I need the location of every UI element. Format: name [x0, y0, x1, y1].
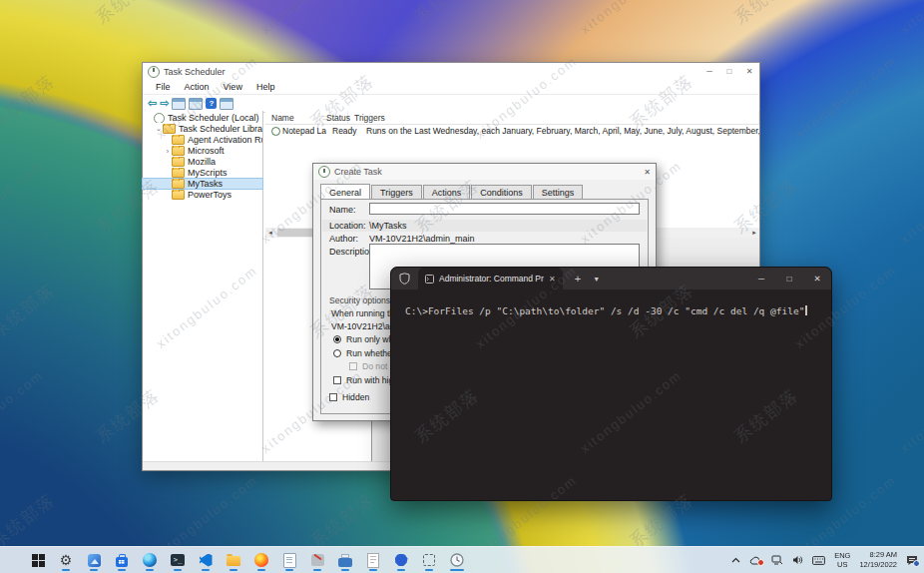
terminal-minimize-button[interactable]: ─: [747, 268, 775, 289]
highest-privileges-checkbox[interactable]: [333, 376, 341, 384]
sidebar-item-task-scheduler-library[interactable]: ⌄Task Scheduler Library: [143, 124, 262, 134]
tree-item-label: Microsoft: [188, 146, 225, 156]
task-name-input[interactable]: [369, 203, 640, 215]
taskbar-item-paint[interactable]: [309, 549, 325, 571]
tree-item-label: MyScripts: [188, 168, 228, 178]
network-icon[interactable]: [771, 555, 783, 565]
touch-keyboard-icon[interactable]: [812, 556, 825, 565]
microsoft-store-icon: [116, 557, 128, 567]
taskbar-item-notepad[interactable]: [365, 549, 381, 571]
edge-icon: [143, 553, 157, 567]
clock-datetime[interactable]: 8:29 AM12/19/2022: [859, 550, 897, 570]
tray-date: 12/19/2022: [859, 560, 897, 569]
sidebar-item-mytasks[interactable]: MyTasks: [143, 179, 262, 189]
taskbar-item-snip[interactable]: [421, 549, 437, 571]
table-row[interactable]: Notepad La... Ready Runs on the Last Wed…: [265, 125, 759, 137]
taskbar-item-task-scheduler[interactable]: [449, 549, 465, 571]
menu-file[interactable]: File: [149, 82, 178, 92]
folder-icon: [163, 124, 176, 134]
taskbar-item-store[interactable]: [114, 549, 130, 571]
menu-action[interactable]: Action: [178, 82, 217, 92]
taskbar-item-firefox[interactable]: [253, 549, 269, 571]
folder-icon: [172, 179, 185, 189]
terminal-titlebar[interactable]: Administrator: Command Pro ✕ + ▼ ─ □ ✕: [391, 268, 831, 289]
language-code: ENG: [834, 551, 850, 560]
taskbar-item-explorer[interactable]: [226, 549, 241, 571]
task-scheduler-title: Task Scheduler: [164, 67, 226, 77]
console-tree-pane: Task Scheduler (Local)⌄Task Scheduler Li…: [143, 111, 263, 462]
hidden-label: Hidden: [342, 392, 369, 402]
action-pane-icon[interactable]: [220, 98, 233, 110]
task-scheduler-titlebar[interactable]: Task Scheduler ─ □ ✕: [143, 63, 759, 80]
run-logged-on-radio[interactable]: [333, 335, 341, 343]
minimize-button[interactable]: ─: [699, 63, 719, 80]
notification-badge: [913, 560, 920, 567]
tree-item-label: PowerToys: [188, 190, 231, 200]
scroll-left-icon[interactable]: ◂: [265, 229, 275, 237]
notepad-icon: [367, 553, 379, 568]
terminal-close-button[interactable]: ✕: [803, 268, 831, 289]
region-code: US: [837, 560, 847, 569]
taskbar-item-printer[interactable]: [337, 549, 353, 571]
terminal-output[interactable]: C:\>ForFiles /p "C:\path\to\folder" /s /…: [391, 289, 831, 316]
menu-view[interactable]: View: [217, 82, 249, 92]
menu-help[interactable]: Help: [249, 82, 282, 92]
new-tab-icon[interactable]: +: [575, 273, 581, 285]
chevron-down-icon[interactable]: ▼: [593, 276, 600, 283]
start-button[interactable]: [30, 549, 46, 571]
terminal-tab[interactable]: Administrator: Command Pro ✕: [418, 268, 563, 289]
terminal-icon: >_: [171, 554, 185, 566]
taskbar-item-photos[interactable]: [86, 549, 102, 571]
scroll-right-icon[interactable]: ▸: [749, 229, 759, 237]
documents-app-icon: [283, 553, 296, 568]
column-header-status[interactable]: Status: [320, 111, 348, 124]
column-header-name[interactable]: Name: [265, 111, 320, 124]
tree-item-label: MyTasks: [188, 179, 223, 189]
taskbar-item-documents[interactable]: [281, 549, 297, 571]
sidebar-item-myscripts[interactable]: MyScripts: [143, 168, 262, 178]
window-pane-icon[interactable]: [189, 98, 203, 110]
printer-icon: [338, 558, 352, 567]
create-task-titlebar[interactable]: Create Task ✕: [313, 164, 656, 180]
help-icon[interactable]: ?: [206, 98, 217, 109]
language-indicator[interactable]: ENGUS: [834, 551, 850, 570]
sidebar-item-powertoys[interactable]: PowerToys: [143, 190, 262, 200]
name-label: Name:: [329, 205, 356, 215]
sidebar-item-microsoft[interactable]: ›Microsoft: [143, 146, 262, 156]
hidden-checkbox[interactable]: [329, 393, 337, 401]
sidebar-item-agent-activation-runtime[interactable]: Agent Activation Runtime: [143, 135, 262, 145]
run-whether-radio[interactable]: [333, 349, 341, 357]
taskbar-item-terminal[interactable]: >_: [170, 549, 186, 571]
location-value: \MyTasks: [369, 221, 407, 231]
command-prompt-icon: [425, 275, 434, 284]
vscode-icon: [200, 554, 213, 567]
admin-shield-icon: [399, 273, 410, 285]
task-scheduler-icon: [450, 553, 464, 567]
show-console-tree-icon[interactable]: [172, 98, 186, 110]
terminal-maximize-button[interactable]: □: [775, 268, 803, 289]
taskbar-item-settings[interactable]: ⚙: [58, 549, 74, 571]
action-center-icon[interactable]: [906, 555, 918, 566]
location-label: Location:: [329, 221, 366, 231]
close-icon[interactable]: ✕: [644, 168, 651, 177]
forward-arrow-icon[interactable]: ⇨: [160, 98, 169, 109]
task-list-header[interactable]: NameStatusTriggers: [265, 111, 759, 125]
onedrive-cloud-icon[interactable]: [749, 556, 762, 565]
tray-chevron-up-icon[interactable]: [731, 557, 740, 563]
task-name: Notepad La...: [282, 126, 326, 136]
sidebar-item-mozilla[interactable]: Mozilla: [143, 157, 262, 167]
tab-general[interactable]: General: [320, 184, 370, 200]
taskbar-item-edge[interactable]: [142, 549, 158, 571]
windows-logo-icon: [32, 554, 45, 567]
tray-time: 8:29 AM: [869, 550, 897, 559]
back-arrow-icon[interactable]: ⇦: [148, 98, 157, 109]
speaker-icon[interactable]: [792, 555, 803, 565]
tab-close-icon[interactable]: ✕: [549, 275, 556, 284]
column-header-triggers[interactable]: Triggers: [348, 111, 759, 124]
author-label: Author:: [329, 234, 358, 244]
taskbar-item-powertoys[interactable]: [393, 549, 409, 571]
close-button[interactable]: ✕: [739, 63, 759, 80]
taskbar-item-vscode[interactable]: [198, 549, 214, 571]
maximize-button[interactable]: □: [719, 63, 739, 80]
sidebar-item-task-scheduler-local-[interactable]: Task Scheduler (Local): [143, 113, 262, 123]
